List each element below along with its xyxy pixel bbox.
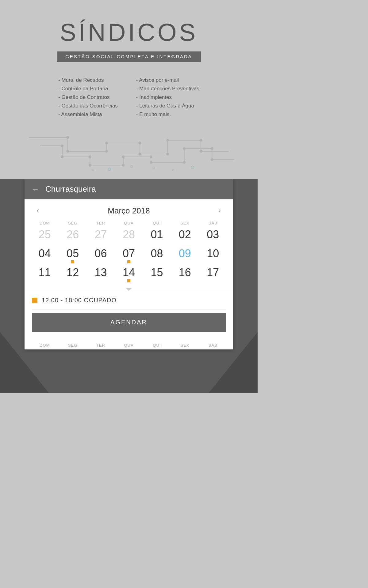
feature-5: - Assembleia Mista (58, 111, 118, 118)
svg-point-38 (122, 164, 124, 166)
subtitle-text: GESTÃO SOCIAL COMPLETA E INTEGRADA (65, 54, 192, 59)
day-header-dom: DOM (31, 219, 59, 227)
features-list: - Mural de Recados - Controle da Portari… (12, 77, 245, 118)
svg-point-43 (183, 147, 185, 149)
feature-6: - Avisos por e-mail (136, 77, 199, 83)
svg-point-32 (139, 142, 141, 144)
feature-8: - Inadimplentes (136, 94, 199, 100)
svg-point-31 (105, 142, 108, 144)
cal-day-10[interactable]: 10 (199, 246, 227, 265)
circuit-svg (12, 127, 245, 176)
event-strip: 12:00 - 18:00 OCUPADO (25, 291, 233, 309)
svg-point-27 (61, 156, 63, 158)
cal-day-14[interactable]: 14 (115, 265, 143, 284)
cal-day-27[interactable]: 27 (87, 227, 115, 246)
cal-day-17[interactable]: 17 (199, 265, 227, 284)
day-header-seg: SEG (59, 219, 86, 227)
week-row-2: 04 05 06 07 08 09 10 (31, 246, 227, 265)
svg-point-44 (211, 147, 213, 149)
cal-day-15[interactable]: 15 (143, 265, 171, 284)
week-row-1: 25 26 27 28 01 02 03 (31, 227, 227, 246)
svg-point-45 (211, 159, 213, 161)
bottom-section: ← Churrasqueira ‹ Março 2018 › DOM SEG T… (0, 179, 258, 393)
cal-day-28[interactable]: 28 (115, 227, 143, 246)
svg-point-24 (67, 136, 69, 138)
calendar-card: ← Churrasqueira ‹ Março 2018 › DOM SEG T… (25, 179, 233, 349)
top-section: SÍNDICOS GESTÃO SOCIAL COMPLETA E INTEGR… (0, 0, 258, 179)
svg-point-46 (108, 168, 111, 171)
svg-point-25 (67, 150, 69, 152)
cal-day-07[interactable]: 07 (115, 246, 143, 265)
svg-point-50 (172, 169, 174, 171)
next-month-button[interactable]: › (216, 205, 224, 216)
features-col-2: - Avisos por e-mail - Manutenções Preven… (136, 77, 199, 118)
day-header-sab: SÁB (199, 219, 227, 227)
cal-day-11[interactable]: 11 (31, 265, 59, 284)
cal-day-12[interactable]: 12 (59, 265, 86, 284)
subtitle-bar: GESTÃO SOCIAL COMPLETA E INTEGRADA (57, 51, 201, 62)
svg-point-34 (167, 153, 169, 155)
svg-point-48 (92, 169, 94, 171)
cal-day-03[interactable]: 03 (199, 227, 227, 246)
calendar-grid: DOM SEG TER QUA QUI SEX SÁB 25 26 27 28 … (25, 219, 233, 287)
back-button[interactable]: ← (32, 185, 39, 194)
event-color-indicator (32, 298, 37, 303)
bottom-header-seg: SEG (59, 343, 86, 349)
bottom-day-headers: DOM SEG TER QUA QUI SEX SÁB (25, 338, 233, 349)
month-navigation: ‹ Março 2018 › (25, 199, 233, 219)
feature-2: - Controle da Portaria (58, 86, 118, 92)
day-header-sex: SEX (171, 219, 199, 227)
svg-point-26 (61, 145, 63, 147)
svg-point-35 (167, 139, 169, 141)
feature-9: - Leituras de Gás e Água (136, 103, 199, 109)
cal-day-05[interactable]: 05 (59, 246, 86, 265)
month-label: Março 2018 (108, 206, 150, 216)
features-col-1: - Mural de Recados - Controle da Portari… (58, 77, 118, 118)
cal-day-02[interactable]: 02 (171, 227, 199, 246)
cal-day-09[interactable]: 09 (171, 246, 199, 265)
feature-1: - Mural de Recados (58, 77, 118, 83)
svg-point-28 (89, 156, 91, 158)
cal-day-04[interactable]: 04 (31, 246, 59, 265)
svg-point-49 (153, 167, 155, 169)
svg-point-51 (191, 166, 194, 169)
divider-triangle-icon (126, 288, 132, 291)
bottom-header-sab: SÁB (199, 343, 227, 349)
day-headers-row: DOM SEG TER QUA QUI SEX SÁB (31, 219, 227, 227)
bottom-header-sex: SEX (171, 343, 199, 349)
cal-day-16[interactable]: 16 (171, 265, 199, 284)
svg-point-33 (139, 153, 141, 155)
svg-point-42 (183, 161, 185, 164)
cal-day-08[interactable]: 08 (143, 246, 171, 265)
svg-point-37 (200, 150, 202, 152)
cal-divider (25, 287, 233, 291)
agendar-button[interactable]: AGENDAR (32, 313, 226, 332)
feature-3: - Gestão de Contratos (58, 94, 118, 100)
bottom-header-qua: QUA (115, 343, 143, 349)
day-header-qui: QUI (143, 219, 171, 227)
feature-7: - Manutenções Preventivas (136, 86, 199, 92)
svg-point-30 (105, 150, 108, 152)
svg-point-47 (130, 165, 132, 168)
separator (32, 309, 226, 310)
feature-4: - Gestão das Ocorrências (58, 103, 118, 109)
cal-day-06[interactable]: 06 (87, 246, 115, 265)
cal-day-13[interactable]: 13 (87, 265, 115, 284)
svg-point-36 (200, 139, 202, 141)
card-header: ← Churrasqueira (25, 179, 233, 199)
cal-day-01[interactable]: 01 (143, 227, 171, 246)
svg-point-39 (122, 156, 124, 158)
card-title: Churrasqueira (45, 184, 96, 194)
cal-day-25[interactable]: 25 (31, 227, 59, 246)
app-title: SÍNDICOS (12, 18, 245, 47)
event-label: 12:00 - 18:00 OCUPADO (42, 297, 117, 304)
bottom-header-ter: TER (87, 343, 115, 349)
prev-month-button[interactable]: ‹ (34, 205, 42, 216)
day-header-qua: QUA (115, 219, 143, 227)
day-header-ter: TER (87, 219, 115, 227)
feature-10: - E muito mais. (136, 111, 199, 118)
circuit-decoration (12, 127, 245, 176)
cal-day-26[interactable]: 26 (59, 227, 86, 246)
week-row-3: 11 12 13 14 15 16 17 (31, 265, 227, 284)
bottom-header-qui: QUI (143, 343, 171, 349)
